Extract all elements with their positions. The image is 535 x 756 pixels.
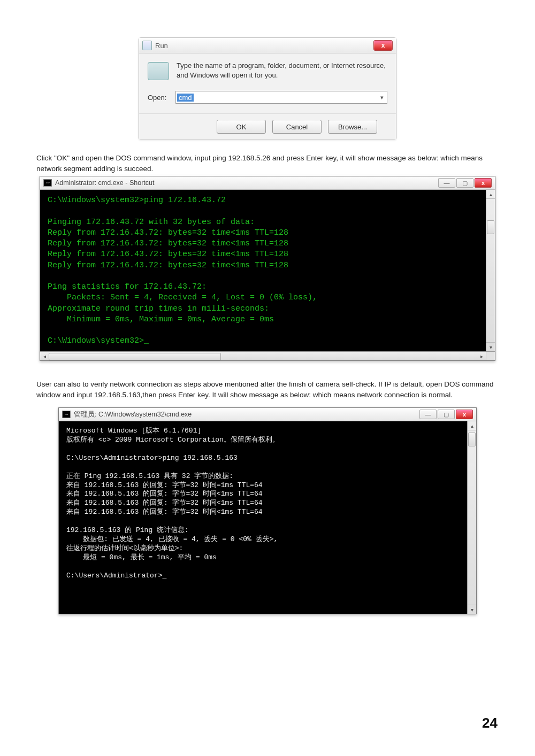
cmd1-output: C:\Windows\system32>ping 172.16.43.72 Pi… xyxy=(40,190,495,352)
open-label: Open: xyxy=(148,94,169,102)
minimize-button[interactable]: — xyxy=(438,178,455,188)
close-button[interactable]: x xyxy=(456,410,473,419)
vertical-scrollbar[interactable]: ▴ ▾ xyxy=(467,421,476,614)
open-input[interactable]: cmd ▾ xyxy=(175,91,387,104)
page-number: 24 xyxy=(482,715,498,731)
maximize-button[interactable]: ▢ xyxy=(438,410,455,419)
scroll-thumb[interactable] xyxy=(487,220,494,234)
browse-button[interactable]: Browse... xyxy=(328,120,377,134)
resize-grip[interactable] xyxy=(486,352,495,360)
cmd-icon xyxy=(43,179,52,187)
cmd-window-2: 管理员: C:\Windows\system32\cmd.exe — ▢ x M… xyxy=(58,407,477,614)
horizontal-scrollbar[interactable]: ◂ ▸ xyxy=(40,351,495,360)
run-app-icon xyxy=(142,41,152,50)
cmd2-titlebar[interactable]: 管理员: C:\Windows\system32\cmd.exe — ▢ x xyxy=(59,408,476,421)
scroll-right-icon[interactable]: ▸ xyxy=(477,352,486,360)
chevron-down-icon[interactable]: ▾ xyxy=(377,94,387,101)
cmd2-output: Microsoft Windows [版本 6.1.7601] 版权所有 <c>… xyxy=(59,421,476,631)
run-description: Type the name of a program, folder, docu… xyxy=(177,61,387,80)
run-dialog: Run x Type the name of a program, folder… xyxy=(139,37,396,140)
scroll-up-icon[interactable]: ▴ xyxy=(468,421,476,430)
close-button[interactable]: x xyxy=(475,178,492,188)
vertical-scrollbar[interactable]: ▴ ▾ xyxy=(486,190,495,351)
close-button[interactable]: x xyxy=(373,40,393,51)
cancel-button[interactable]: Cancel xyxy=(272,120,322,134)
scroll-up-icon[interactable]: ▴ xyxy=(486,190,495,199)
scroll-thumb[interactable] xyxy=(468,433,476,446)
open-input-value: cmd xyxy=(177,94,194,102)
cmd2-title: 管理员: C:\Windows\system32\cmd.exe xyxy=(74,410,192,419)
run-titlebar[interactable]: Run x xyxy=(139,38,396,53)
cmd-icon xyxy=(62,411,71,418)
cmd-window-1: Administrator: cmd.exe - Shortcut — ▢ x … xyxy=(40,176,495,361)
scroll-thumb[interactable] xyxy=(49,353,221,360)
cmd1-titlebar[interactable]: Administrator: cmd.exe - Shortcut — ▢ x xyxy=(40,176,495,190)
instruction-paragraph-1: Click "OK" and open the DOS command wind… xyxy=(36,153,499,174)
run-title: Run xyxy=(155,42,168,50)
cmd1-title: Administrator: cmd.exe - Shortcut xyxy=(55,179,154,187)
ok-button[interactable]: OK xyxy=(217,120,266,134)
maximize-button[interactable]: ▢ xyxy=(456,178,473,188)
scroll-down-icon[interactable]: ▾ xyxy=(486,342,495,351)
scroll-down-icon[interactable]: ▾ xyxy=(468,605,476,614)
scroll-left-icon[interactable]: ◂ xyxy=(40,352,49,360)
run-icon xyxy=(148,62,169,80)
instruction-paragraph-2: User can also to verify network connecti… xyxy=(36,379,499,400)
minimize-button[interactable]: — xyxy=(419,410,437,419)
